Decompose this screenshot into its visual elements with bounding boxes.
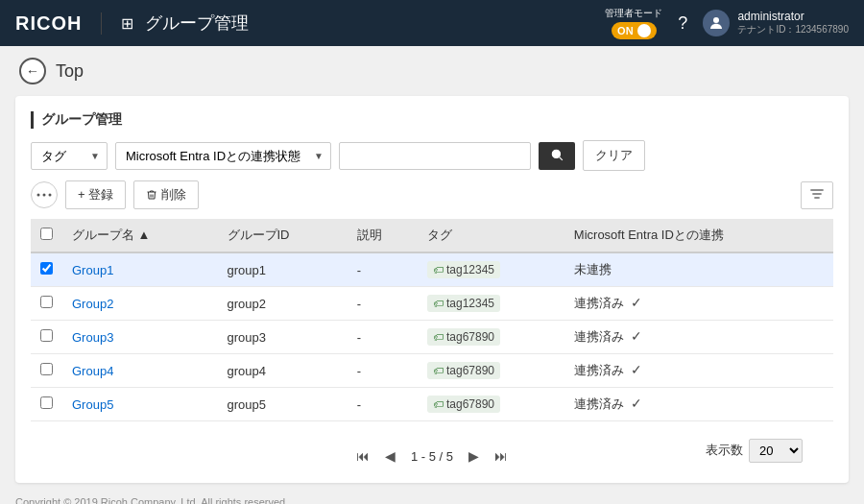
row-checkbox-cell bbox=[31, 321, 62, 354]
row-description: - bbox=[348, 287, 418, 321]
tag-badge-0: 🏷 tag12345 bbox=[427, 261, 500, 278]
row-tag: 🏷 tag67890 bbox=[418, 354, 564, 388]
tag-select[interactable]: タグ bbox=[31, 142, 108, 170]
linked-checkmark-3: ✓ bbox=[631, 362, 642, 377]
prev-page-button[interactable]: ◀ bbox=[379, 444, 401, 468]
row-linkage: 未連携 bbox=[564, 252, 833, 287]
page-info: 1 - 5 / 5 bbox=[411, 449, 453, 464]
row-group-id: group5 bbox=[218, 388, 348, 421]
row-description: - bbox=[348, 252, 418, 287]
tag-badge-4: 🏷 tag67890 bbox=[427, 396, 500, 413]
clear-button[interactable]: クリア bbox=[583, 140, 645, 171]
col-description: 説明 bbox=[348, 219, 418, 252]
header: RICOH ⊞ グループ管理 管理者モード ON ? administrator… bbox=[0, 0, 864, 46]
row-tag: 🏷 tag67890 bbox=[418, 321, 564, 354]
search-input[interactable] bbox=[339, 142, 531, 170]
row-linkage: 連携済み ✓ bbox=[564, 321, 833, 354]
row-checkbox-cell bbox=[31, 252, 62, 287]
table-row: Group1 group1 - 🏷 tag12345 未連携 bbox=[31, 252, 833, 287]
pagination-row: ⏮ ◀ 1 - 5 / 5 ▶ ⏭ bbox=[350, 444, 514, 468]
table-row: Group5 group5 - 🏷 tag67890 連携済み ✓ bbox=[31, 388, 833, 421]
linked-checkmark-2: ✓ bbox=[631, 328, 642, 344]
col-group-id: グループID bbox=[218, 219, 348, 252]
admin-mode-toggle[interactable]: ON bbox=[612, 22, 657, 39]
action-row: + 登録 削除 bbox=[31, 180, 833, 209]
tag-badge-2: 🏷 tag67890 bbox=[427, 328, 500, 346]
tag-icon-3: 🏷 bbox=[433, 365, 444, 376]
svg-point-4 bbox=[43, 194, 46, 197]
tag-icon-4: 🏷 bbox=[433, 398, 444, 410]
row-checkbox-2[interactable] bbox=[40, 329, 53, 342]
last-page-button[interactable]: ⏭ bbox=[489, 444, 514, 468]
select-all-checkbox[interactable] bbox=[40, 228, 53, 240]
row-description: - bbox=[348, 321, 418, 354]
row-group-id: group2 bbox=[218, 287, 348, 321]
svg-point-3 bbox=[37, 194, 40, 197]
row-checkbox-3[interactable] bbox=[40, 363, 53, 375]
more-options-button[interactable] bbox=[31, 181, 58, 208]
tag-icon-0: 🏷 bbox=[433, 264, 444, 276]
row-checkbox-0[interactable] bbox=[40, 262, 53, 275]
linkage-select[interactable]: Microsoft Entra IDとの連携状態 bbox=[115, 142, 331, 170]
col-group-name[interactable]: グループ名 ▲ bbox=[62, 219, 218, 252]
svg-line-2 bbox=[560, 156, 563, 159]
avatar bbox=[703, 10, 730, 36]
row-group-name: Group1 bbox=[62, 252, 218, 287]
tag-select-wrapper: タグ ▼ bbox=[31, 142, 108, 170]
row-group-name: Group2 bbox=[62, 287, 218, 321]
search-button[interactable] bbox=[539, 142, 575, 170]
row-description: - bbox=[348, 388, 418, 421]
row-checkbox-cell bbox=[31, 388, 62, 421]
group-name-link-1[interactable]: Group2 bbox=[72, 297, 113, 311]
row-linkage: 連携済み ✓ bbox=[564, 388, 833, 421]
help-icon[interactable]: ? bbox=[678, 13, 687, 34]
breadcrumb-top-label: Top bbox=[56, 61, 84, 82]
row-description: - bbox=[348, 354, 418, 388]
section-title: グループ管理 bbox=[31, 111, 833, 129]
add-button[interactable]: + 登録 bbox=[65, 180, 126, 209]
group-name-link-4[interactable]: Group5 bbox=[72, 397, 113, 412]
filter-row: タグ ▼ Microsoft Entra IDとの連携状態 ▼ クリア bbox=[31, 140, 833, 171]
svg-point-1 bbox=[552, 150, 560, 157]
group-name-link-0[interactable]: Group1 bbox=[72, 263, 113, 277]
user-tenant: テナントID：1234567890 bbox=[737, 23, 849, 36]
row-group-name: Group4 bbox=[62, 354, 218, 388]
back-button[interactable]: ← bbox=[19, 58, 46, 84]
group-name-link-2[interactable]: Group3 bbox=[72, 330, 113, 345]
footer-text: Copyright © 2019 Ricoh Company, Ltd. All… bbox=[15, 496, 288, 504]
col-tag: タグ bbox=[418, 219, 564, 252]
col-linkage: Microsoft Entra IDとの連携 bbox=[564, 219, 833, 252]
user-name: administrator bbox=[737, 10, 849, 23]
per-page-wrapper: 表示数 20 50 100 bbox=[706, 439, 803, 463]
header-right: 管理者モード ON ? administrator テナントID：1234567… bbox=[605, 7, 849, 39]
row-group-id: group4 bbox=[218, 354, 348, 388]
toggle-on-label: ON bbox=[617, 25, 634, 36]
footer: Copyright © 2019 Ricoh Company, Ltd. All… bbox=[0, 491, 864, 504]
per-page-label: 表示数 bbox=[706, 442, 743, 459]
row-tag: 🏷 tag12345 bbox=[418, 252, 564, 287]
column-filter-button[interactable] bbox=[801, 181, 833, 209]
tag-icon-2: 🏷 bbox=[433, 331, 444, 343]
table-row: Group4 group4 - 🏷 tag67890 連携済み ✓ bbox=[31, 354, 833, 388]
header-checkbox-cell bbox=[31, 219, 62, 252]
row-checkbox-cell bbox=[31, 287, 62, 321]
table-row: Group2 group2 - 🏷 tag12345 連携済み ✓ bbox=[31, 287, 833, 321]
next-page-button[interactable]: ▶ bbox=[463, 444, 485, 468]
tag-badge-1: 🏷 tag12345 bbox=[427, 295, 500, 312]
delete-button[interactable]: 削除 bbox=[133, 180, 199, 209]
tag-badge-3: 🏷 tag67890 bbox=[427, 362, 500, 379]
per-page-select[interactable]: 20 50 100 bbox=[749, 439, 803, 463]
ricoh-logo: RICOH bbox=[15, 12, 102, 35]
pagination-container: ⏮ ◀ 1 - 5 / 5 ▶ ⏭ 表示数 20 50 100 bbox=[31, 433, 833, 468]
svg-point-5 bbox=[49, 194, 52, 197]
user-details: administrator テナントID：1234567890 bbox=[737, 10, 849, 36]
row-checkbox-1[interactable] bbox=[40, 296, 53, 308]
app-grid-icon[interactable]: ⊞ bbox=[121, 14, 133, 33]
row-group-name: Group3 bbox=[62, 321, 218, 354]
row-group-id: group3 bbox=[218, 321, 348, 354]
table-row: Group3 group3 - 🏷 tag67890 連携済み ✓ bbox=[31, 321, 833, 354]
row-group-name: Group5 bbox=[62, 388, 218, 421]
first-page-button[interactable]: ⏮ bbox=[350, 444, 375, 468]
group-name-link-3[interactable]: Group4 bbox=[72, 364, 113, 378]
row-checkbox-4[interactable] bbox=[40, 396, 53, 409]
